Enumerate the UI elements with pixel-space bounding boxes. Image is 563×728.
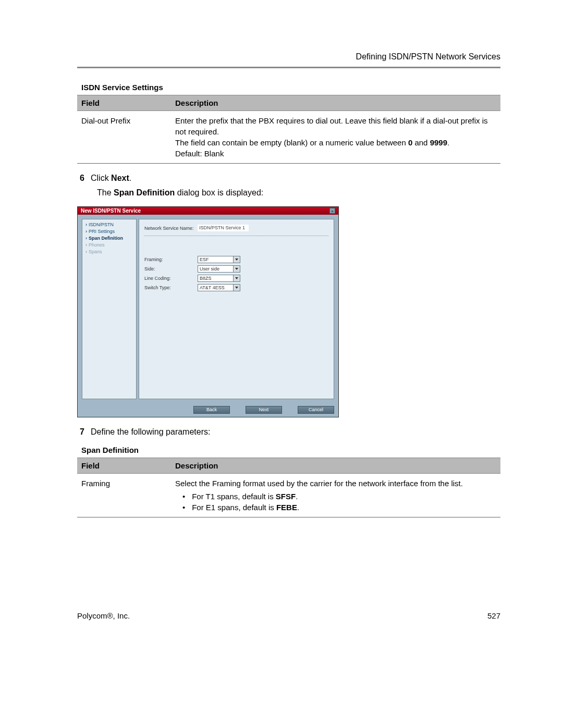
sidebar-item-pri-settings[interactable]: PRI Settings [83,228,135,235]
span-field-cell: Framing [77,474,171,517]
sidebar-item-isdn-pstn[interactable]: ISDN/PSTN [83,221,135,228]
sidebar-item-span-definition[interactable]: Span Definition [83,235,135,242]
framing-label: Framing: [144,257,198,262]
footer-left: Polycom®, Inc. [77,611,130,620]
list-item: For E1 spans, default is FEBE. [182,502,496,513]
page-footer: Polycom®, Inc. 527 [77,611,500,620]
back-button[interactable]: Back [193,406,230,414]
sidebar-item-spans: Spans [83,249,135,255]
dialog-title-text: New ISDN/PSTN Service [81,208,141,214]
dialog-body: ISDN/PSTN PRI Settings Span Definition P… [78,215,338,403]
side-dropdown[interactable]: User side [198,265,240,273]
framing-dropdown[interactable]: ESF [198,256,240,263]
span-definition-dialog: New ISDN/PSTN Service × ISDN/PSTN PRI Se… [77,206,339,417]
next-button[interactable]: Next [246,406,282,414]
desc-line: The field can contain be empty (blank) o… [175,137,496,148]
side-label: Side: [144,266,198,272]
cancel-button[interactable]: Cancel [298,406,334,414]
span-col-field: Field [77,458,171,474]
dialog-footer: Back Next Cancel [78,403,338,417]
isdn-desc-cell: Enter the prefix that the PBX requires t… [171,111,500,164]
sidebar-item-phones: Phones [83,242,135,249]
step-text-span: Click [91,174,111,182]
switch-type-dropdown[interactable]: AT&T 4ESS [198,284,240,291]
bullet-text: For T1 spans, default is [192,492,276,501]
switch-type-label: Switch Type: [144,285,198,290]
bullet-text: For E1 spans, default is [192,503,276,512]
desc-line: Enter the prefix that the PBX requires t… [175,115,496,137]
desc-text: . [447,138,449,147]
footer-right: 527 [487,611,500,620]
bullet-bold: SFSF [276,492,296,501]
span-col-desc: Description [171,458,500,474]
step-number: 7 [77,426,91,438]
desc-line: Default: Blank [175,148,496,159]
step-text-span: The [97,188,114,197]
step-text-span: dialog box is displayed: [175,188,263,197]
step-7: 7 Define the following parameters: [77,426,500,438]
bullet-list: For T1 spans, default is SFSF. For E1 sp… [182,491,496,513]
header-section: Defining ISDN/PSTN Network Services [77,52,500,61]
bullet-text: . [297,503,299,512]
service-name-label: Network Service Name: [144,226,198,231]
isdn-col-desc: Description [171,95,500,111]
step-text-span: . [129,174,131,182]
desc-line: Select the Framing format used by the ca… [175,478,496,489]
dialog-sidebar: ISDN/PSTN PRI Settings Span Definition P… [82,219,137,399]
table-row: Framing Select the Framing format used b… [77,474,500,517]
isdn-settings-table: Field Description Dial-out Prefix Enter … [77,95,500,164]
bullet-text: . [296,492,298,501]
span-desc-cell: Select the Framing format used by the ca… [171,474,500,517]
desc-bold: 9999 [430,138,447,147]
step-6: 6 Click Next. The Span Definition dialog… [77,172,500,199]
span-definition-table: Field Description Framing Select the Fra… [77,458,500,517]
table-row: Dial-out Prefix Enter the prefix that th… [77,111,500,164]
dialog-titlebar: New ISDN/PSTN Service × [78,207,338,215]
close-icon[interactable]: × [329,208,335,214]
bullet-bold: FEBE [276,503,297,512]
form-separator [144,236,328,236]
isdn-table-title: ISDN Service Settings [81,83,500,92]
desc-bold: 0 [408,138,412,147]
line-coding-dropdown[interactable]: B8ZS [198,275,240,282]
step-subtext: The Span Definition dialog box is displa… [97,187,500,199]
service-name-value: ISDN/PSTN Service 1 [198,225,249,231]
line-coding-label: Line Coding: [144,276,198,281]
list-item: For T1 spans, default is SFSF. [182,491,496,502]
step-bold: Next [111,174,129,182]
step-bold: Span Definition [114,188,175,197]
step-text: Click Next. [91,172,500,184]
isdn-field-cell: Dial-out Prefix [77,111,171,164]
span-table-title: Span Definition [81,446,500,454]
desc-text: The field can contain be empty (blank) o… [175,138,408,147]
desc-text: and [412,138,430,147]
isdn-col-field: Field [77,95,171,111]
step-text: Define the following parameters: [91,426,500,438]
step-number: 6 [77,172,91,184]
dialog-form: Network Service Name: ISDN/PSTN Service … [139,219,334,399]
header-divider [77,67,500,68]
